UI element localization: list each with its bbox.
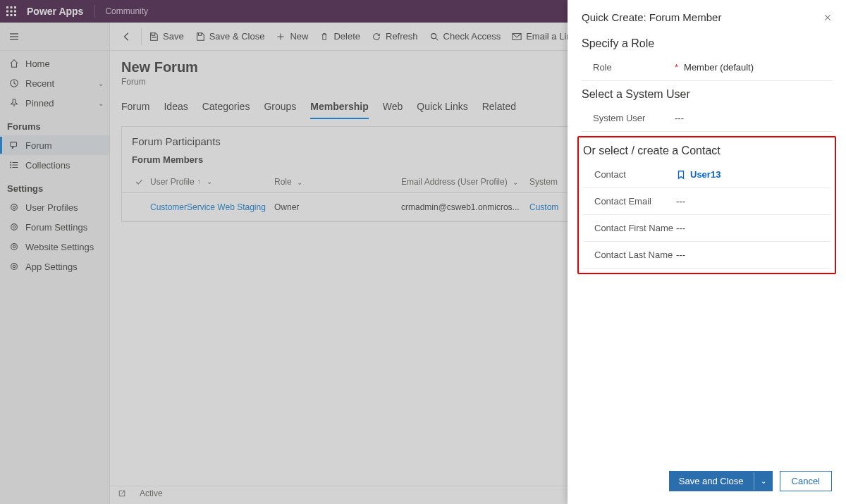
field-contact-last-value[interactable]: --- xyxy=(676,250,830,260)
contact-section-highlight: Or select / create a Contact Contact Use… xyxy=(577,136,836,274)
field-contact-value[interactable]: User13 xyxy=(676,169,830,180)
cancel-button[interactable]: Cancel xyxy=(780,471,832,491)
required-indicator: * xyxy=(675,62,684,73)
field-contact-last-label: Contact Last Name xyxy=(583,250,676,260)
quick-create-title: Quick Create: Forum Member xyxy=(582,11,721,23)
field-contact-email-label: Contact Email xyxy=(583,196,676,207)
field-contact-label: Contact xyxy=(583,169,676,180)
field-role[interactable]: Role * Member (default) xyxy=(582,54,832,81)
qc-section-system-user: Select a System User xyxy=(582,81,832,105)
field-role-value[interactable]: Member (default) xyxy=(684,62,832,73)
field-contact[interactable]: Contact User13 xyxy=(583,161,830,188)
field-contact-first-value[interactable]: --- xyxy=(676,223,830,233)
field-contact-text: User13 xyxy=(690,169,721,180)
field-system-user-label: System User xyxy=(582,113,675,123)
field-contact-last[interactable]: Contact Last Name --- xyxy=(583,242,830,269)
close-button[interactable] xyxy=(823,13,832,22)
save-dropdown-button[interactable]: ⌄ xyxy=(754,472,773,490)
qc-section-contact: Or select / create a Contact xyxy=(579,137,835,161)
field-system-user-value[interactable]: --- xyxy=(675,113,832,123)
field-system-user[interactable]: System User --- xyxy=(582,105,832,132)
field-contact-first-label: Contact First Name xyxy=(583,223,676,233)
qc-section-role: Specify a Role xyxy=(582,30,832,54)
field-role-label: Role xyxy=(582,62,675,73)
quick-create-footer: Save and Close ⌄ Cancel xyxy=(568,462,846,504)
quick-create-body: Specify a Role Role * Member (default) S… xyxy=(568,30,846,462)
field-contact-email[interactable]: Contact Email --- xyxy=(583,188,830,215)
quick-create-panel: Quick Create: Forum Member Specify a Rol… xyxy=(568,0,846,504)
contact-entity-icon xyxy=(676,170,686,180)
save-and-close-label: Save and Close xyxy=(669,471,754,491)
field-contact-email-value[interactable]: --- xyxy=(676,196,830,207)
save-and-close-button[interactable]: Save and Close ⌄ xyxy=(669,471,773,491)
field-contact-first[interactable]: Contact First Name --- xyxy=(583,215,830,242)
